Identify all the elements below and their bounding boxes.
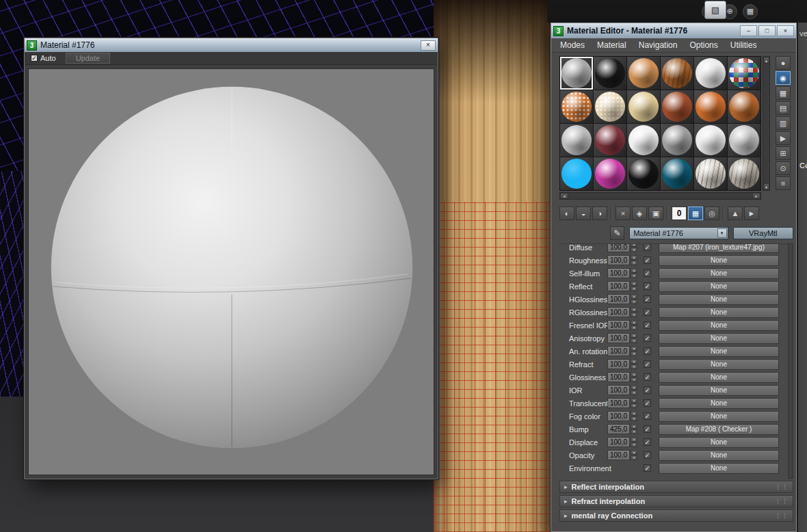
param-value-field[interactable]: 100,0 [607,385,630,395]
param-map-button[interactable]: None [659,294,779,305]
param-map-button[interactable]: None [659,346,779,357]
material-slot-18[interactable] [728,124,760,157]
spinner-down-icon[interactable]: ▾ [631,403,637,408]
param-value-field[interactable]: 425,0 [607,424,630,434]
material-name-dropdown[interactable]: Material #1776 ▾ [629,227,728,239]
editor-titlebar[interactable]: 3 Material Editor - Material #1776 –□× [551,23,796,38]
spinner-down-icon[interactable]: ▾ [631,390,637,395]
scroll-up-icon[interactable]: ▴ [763,57,769,64]
rollout-refract-interpolation[interactable]: ▸Refract interpolation⋮⋮ [559,495,793,507]
material-slot-19[interactable] [560,157,593,190]
material-slot-12[interactable] [728,90,760,123]
param-value-field[interactable]: 100,0 [607,255,630,265]
spinner-up-icon[interactable]: ▴ [631,385,637,390]
background-icon[interactable]: ▦ [776,86,791,100]
param-enable-checkbox[interactable]: ✓ [644,412,651,420]
material-slot-17[interactable] [694,124,727,157]
spinner-down-icon[interactable]: ▾ [631,312,637,317]
param-map-button[interactable]: None [659,320,779,331]
param-enable-checkbox[interactable]: ✓ [644,308,651,316]
spinner-up-icon[interactable]: ▴ [631,424,637,429]
spinner-up-icon[interactable]: ▴ [631,243,637,247]
go-to-parent-icon[interactable]: ▲ [728,207,743,220]
spinner-down-icon[interactable]: ▾ [631,364,637,369]
param-value-field[interactable]: 100,0 [607,333,630,343]
make-preview-icon[interactable]: ▶ [776,131,791,145]
reset-map-icon[interactable]: × [616,207,631,220]
auto-checkbox[interactable]: ✓ Auto [31,54,56,62]
spinner-down-icon[interactable]: ▾ [631,287,637,291]
param-enable-checkbox[interactable]: ✓ [644,425,651,433]
menu-utilities[interactable]: Utilities [724,39,763,51]
make-unique-icon[interactable]: ◈ [632,207,647,220]
slots-vertical-scrollbar[interactable]: ▴ ▾ [763,56,770,191]
spinner-down-icon[interactable]: ▾ [631,325,637,330]
param-map-button[interactable]: None [659,450,779,461]
material-slot-4[interactable] [661,57,693,90]
spinner-up-icon[interactable]: ▴ [631,398,637,403]
spinner-up-icon[interactable]: ▴ [631,359,637,364]
close-icon[interactable]: × [421,40,436,51]
layers-tool-icon[interactable]: ▦ [743,4,758,19]
close-button[interactable]: × [777,25,794,36]
preview-titlebar[interactable]: 3 Material #1776 × [25,38,438,52]
update-button[interactable]: Update [66,53,110,64]
param-map-button[interactable]: None [659,411,779,422]
select-by-material-icon[interactable]: ⊙ [776,161,791,175]
material-slot-20[interactable] [594,157,626,190]
params-scrollbar[interactable] [788,243,793,479]
material-slot-23[interactable] [694,157,727,190]
material-type-button[interactable]: VRayMtl [733,227,793,239]
param-enable-checkbox[interactable]: ✓ [644,256,651,264]
spinner-down-icon[interactable]: ▾ [631,300,637,304]
spinner-up-icon[interactable]: ▴ [631,255,637,260]
spinner-up-icon[interactable]: ▴ [631,411,637,416]
spinner-down-icon[interactable]: ▾ [631,248,637,252]
spinner-up-icon[interactable]: ▴ [631,372,637,377]
material-slot-10[interactable] [661,90,693,123]
material-slot-7[interactable] [560,90,593,123]
spinner-down-icon[interactable]: ▾ [631,416,637,421]
material-slot-6[interactable] [728,57,760,90]
param-enable-checkbox[interactable]: ✓ [644,399,651,407]
param-map-button[interactable]: None [659,385,779,396]
spinner-down-icon[interactable]: ▾ [631,429,637,434]
spinner-up-icon[interactable]: ▴ [631,333,637,338]
rollout-mental-ray-connection[interactable]: ▸mental ray Connection⋮⋮ [559,509,793,522]
param-enable-checkbox[interactable]: ✓ [644,269,651,277]
maximize-button[interactable]: □ [758,25,776,36]
material-slot-14[interactable] [594,124,626,157]
show-end-result-icon[interactable]: ◎ [704,207,719,220]
param-enable-checkbox[interactable]: ✓ [644,386,651,394]
assign-to-selection-icon[interactable]: ◑ [592,207,607,220]
scroll-down-icon[interactable]: ▾ [763,183,769,190]
menu-options[interactable]: Options [683,39,724,51]
param-map-button[interactable]: None [659,398,779,409]
material-slot-1[interactable] [560,57,593,90]
param-enable-checkbox[interactable]: ✓ [644,295,651,303]
param-enable-checkbox[interactable]: ✓ [644,451,651,459]
chevron-down-icon[interactable]: ▾ [717,228,727,238]
spinner-down-icon[interactable]: ▾ [631,442,637,447]
material-slot-15[interactable] [627,124,660,157]
param-value-field[interactable]: 100,0 [607,411,630,421]
param-value-field[interactable]: 100,0 [607,450,630,460]
material-map-navigator-icon[interactable]: ≡ [776,176,791,190]
material-slot-8[interactable] [594,90,626,123]
spinner-down-icon[interactable]: ▾ [631,274,637,278]
param-map-button[interactable]: None [659,307,779,318]
param-value-field[interactable]: 100,0 [607,437,630,447]
spinner-up-icon[interactable]: ▴ [631,294,637,299]
param-map-button[interactable]: None [659,372,779,383]
scroll-left-icon[interactable]: ◂ [560,193,568,199]
param-map-button[interactable]: None [659,281,779,292]
spinner-up-icon[interactable]: ▴ [631,346,637,351]
material-slot-22[interactable] [661,157,693,190]
spinner-up-icon[interactable]: ▴ [631,450,637,455]
spinner-down-icon[interactable]: ▾ [631,455,637,460]
spinner-down-icon[interactable]: ▾ [631,261,637,265]
spinner-up-icon[interactable]: ▴ [631,437,637,442]
sample-uv-tiling-icon[interactable]: ▤ [776,101,791,115]
slots-horizontal-scrollbar[interactable]: ◂ ▸ [559,192,761,200]
spinner-down-icon[interactable]: ▾ [631,351,637,356]
